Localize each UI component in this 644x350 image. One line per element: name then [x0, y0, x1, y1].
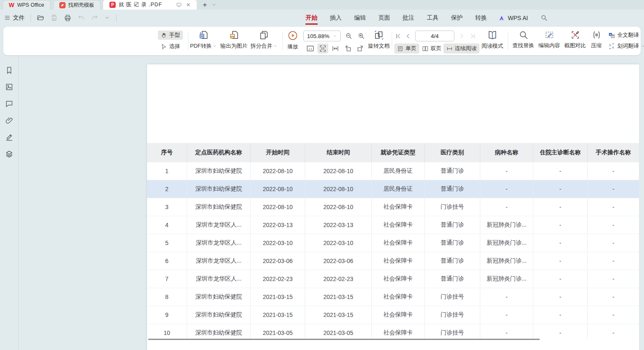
table-cell: 深圳市妇幼保健院 — [187, 324, 251, 339]
fit-width-button[interactable] — [330, 43, 341, 54]
menu-tab-wps-ai[interactable]: WPS AI — [499, 15, 528, 21]
single-page-label: 单页 — [406, 45, 416, 52]
table-row[interactable]: 10深圳市妇幼保健院2021-03-052021-03-05社会保障卡门诊挂号-… — [147, 324, 639, 339]
split-merge-button[interactable]: 拆分合并 — [250, 30, 278, 50]
pdf-page: 序号定点医药机构名称开始时间结束时间就诊凭证类型医疗类别病种名称住院主诊断名称手… — [147, 64, 639, 350]
single-page-button[interactable]: 单页 — [394, 43, 419, 54]
monitor-icon[interactable] — [176, 2, 182, 8]
menu-tab-home[interactable]: 开始 — [305, 10, 318, 26]
first-page-button[interactable] — [393, 31, 403, 41]
table-row[interactable]: 6深圳市龙华区人...2022-03-062022-03-06社会保障卡普通门诊… — [147, 252, 639, 270]
hand-icon — [161, 32, 167, 38]
rotate-left-button[interactable] — [342, 43, 353, 54]
screenshot-compare-button[interactable]: 截图对比 — [563, 30, 587, 49]
menu-tab-insert[interactable]: 插入 — [329, 10, 342, 26]
hand-tool-button[interactable]: 手型 — [158, 31, 183, 40]
table-cell: 社会保障卡 — [372, 216, 425, 234]
find-replace-button[interactable]: 查找替换 — [511, 30, 535, 49]
new-tab-button[interactable]: + — [203, 1, 207, 8]
table-cell: 深圳市妇幼保健院 — [187, 180, 251, 198]
table-cell: 深圳市妇幼保健院 — [187, 288, 251, 306]
signature-icon[interactable] — [5, 133, 13, 141]
zoom-out-button[interactable] — [343, 31, 354, 41]
compress-button[interactable]: 压缩 — [588, 30, 605, 49]
word-translate-button[interactable]: 文A 划词翻译 — [608, 42, 644, 50]
divider — [116, 14, 117, 22]
table-cell: 社会保障卡 — [372, 324, 425, 339]
tab-pdf-document[interactable]: P 就 医 记 录 .PDF ✕ — [103, 0, 197, 10]
comment-icon[interactable] — [5, 100, 13, 108]
horizontal-scrollbar[interactable] — [148, 339, 540, 340]
table-cell: 2 — [147, 180, 187, 198]
save-icon[interactable] — [51, 14, 58, 21]
table-cell: - — [588, 198, 639, 216]
prev-page-button[interactable] — [403, 31, 413, 41]
continuous-reading-button[interactable]: 连续阅读 — [444, 43, 479, 54]
bookmark-icon[interactable] — [5, 66, 13, 74]
table-cell: 2022-03-13 — [251, 216, 305, 234]
word-translate-icon: 文A — [608, 43, 615, 50]
column-header: 病种名称 — [480, 143, 533, 162]
close-tab-icon[interactable]: ✕ — [186, 2, 190, 8]
zoom-level-select[interactable]: 105.88% — [303, 31, 341, 41]
table-row[interactable]: 9深圳市妇幼保健院2021-03-152021-03-15社会保障卡门诊挂号--… — [147, 306, 639, 324]
table-row[interactable]: 7深圳市龙华区人...2022-02-232022-02-23社会保障卡普通门诊… — [147, 270, 639, 288]
menu-tab-tools[interactable]: 工具 — [426, 10, 439, 26]
pdf-convert-button[interactable]: W PDF转换 — [189, 30, 218, 50]
select-tool-button[interactable]: 选择 — [158, 42, 183, 51]
last-page-icon — [469, 33, 476, 39]
menu-tab-comment[interactable]: 批注 — [402, 10, 415, 26]
table-cell: - — [533, 306, 588, 324]
quickbar-chevron-icon[interactable] — [104, 15, 110, 20]
menu-tab-page[interactable]: 页面 — [378, 10, 391, 26]
actual-size-button[interactable]: 1:1 — [305, 43, 316, 54]
find-replace-icon — [519, 30, 528, 40]
table-cell: 普通门诊 — [425, 180, 480, 198]
table-row[interactable]: 4深圳市龙华区人...2022-03-132022-03-13社会保障卡普通门诊… — [147, 216, 639, 234]
table-row[interactable]: 1深圳市妇幼保健院2022-08-102022-08-10居民身份证普通门诊--… — [147, 162, 639, 180]
read-mode-icon — [487, 30, 497, 40]
menu-tab-convert[interactable]: 转换 — [474, 10, 488, 26]
table-cell: 深圳市妇幼保健院 — [187, 306, 251, 324]
zoom-in-button[interactable] — [356, 31, 367, 41]
menu-tab-edit[interactable]: 编辑 — [353, 10, 367, 26]
full-translate-button[interactable]: A字 全文翻译 — [608, 31, 644, 39]
table-row[interactable]: 8深圳市妇幼保健院2021-03-152021-03-15社会保障卡门诊挂号--… — [147, 288, 639, 306]
split-merge-icon — [259, 30, 269, 40]
tab-docer-templates[interactable]: 找稻壳模板 — [53, 0, 101, 10]
table-row[interactable]: 3深圳市妇幼保健院2022-08-102022-08-10社会保障卡门诊挂号--… — [147, 198, 639, 216]
play-button[interactable]: 播放 — [284, 30, 302, 51]
read-mode-button[interactable]: 阅读模式 — [480, 30, 505, 50]
rotate-right-button[interactable] — [355, 43, 366, 54]
print-icon[interactable] — [64, 14, 71, 22]
rotate-doc-button[interactable]: 旋转文档 — [367, 30, 391, 50]
tab-list-chevron-icon[interactable] — [212, 3, 216, 7]
edit-content-button[interactable]: 编辑内容 — [537, 30, 561, 49]
next-page-button[interactable] — [457, 31, 466, 41]
file-menu-button[interactable]: 文件 — [4, 14, 25, 22]
tab-label: WPS Office — [17, 2, 44, 8]
menu-tab-protect[interactable]: 保护 — [450, 10, 464, 26]
tab-wps-office[interactable]: W WPS Office — [3, 0, 51, 10]
fit-page-button[interactable] — [317, 43, 328, 54]
zoom-out-icon — [345, 32, 352, 40]
column-header: 医疗类别 — [425, 143, 480, 162]
table-cell: 5 — [147, 234, 187, 252]
redo-icon[interactable] — [91, 14, 98, 21]
open-folder-icon[interactable] — [37, 14, 44, 22]
table-row[interactable]: 2深圳市妇幼保健院2022-08-102022-08-10居民身份证普通门诊--… — [147, 180, 639, 198]
edit-content-icon — [545, 30, 554, 40]
undo-icon[interactable] — [78, 14, 85, 21]
table-cell: 2022-03-10 — [251, 234, 305, 252]
thumbnail-icon[interactable] — [5, 83, 13, 91]
table-cell: 4 — [147, 216, 187, 234]
last-page-button[interactable] — [468, 31, 477, 41]
page-number-input[interactable]: 4/4 — [415, 31, 454, 41]
divider — [188, 32, 188, 50]
export-image-button[interactable]: 输出为图片 — [219, 30, 249, 50]
table-row[interactable]: 5深圳市龙华区人...2022-03-102022-03-10社会保障卡普通门诊… — [147, 234, 639, 252]
read-mode-label: 阅读模式 — [482, 42, 503, 50]
attachment-icon[interactable] — [5, 116, 13, 125]
layers-icon[interactable] — [5, 150, 13, 158]
ribbon-search-icon[interactable] — [540, 14, 548, 21]
